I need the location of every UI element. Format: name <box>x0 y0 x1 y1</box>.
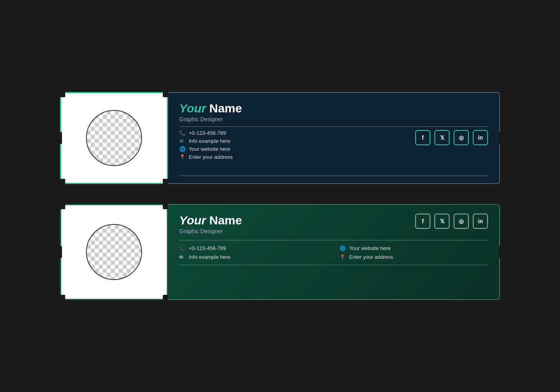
email-item: ✉ Info example here <box>179 138 233 144</box>
photo-area-2 <box>60 204 168 300</box>
name-area-2: Your Name Graphic Designer <box>179 214 242 234</box>
email-text: Info example here <box>189 138 230 144</box>
side-notch-left <box>57 132 62 144</box>
corner-notch-tl <box>60 92 65 97</box>
content-row-1: 📞 +0-123-456-789 ✉ Info example here 🌐 Y… <box>179 130 488 176</box>
phone-text: +0-123-456-789 <box>189 130 226 136</box>
top-row-2: Your Name Graphic Designer f 𝕏 ◎ in <box>179 214 488 234</box>
name-part1-2: Your <box>179 214 206 227</box>
corner-notch-bl-2 <box>60 295 65 300</box>
website-text: Your website here <box>189 146 230 152</box>
twitter-icon-2: 𝕏 <box>440 218 444 224</box>
photo-area-1 <box>60 92 168 184</box>
corner-notch-tl-2 <box>60 204 65 209</box>
divider-top-2 <box>179 240 488 240</box>
instagram-button[interactable]: ◎ <box>454 130 469 145</box>
name-row-1: Your Name <box>179 102 488 115</box>
facebook-button-2[interactable]: f <box>415 214 430 229</box>
phone-item: 📞 +0-123-456-789 <box>179 130 233 136</box>
corner-notch-br-2 <box>163 295 168 300</box>
address-text-2: Enter your address <box>349 254 393 260</box>
corner-notch-br <box>163 179 168 184</box>
twitter-button[interactable]: 𝕏 <box>434 130 450 145</box>
contact-grid-2: 📞 +0-123-456-789 🌐 Your website here ✉ I… <box>179 245 488 260</box>
globe-icon-2: 🌐 <box>340 246 346 251</box>
corner-notch-tr <box>163 92 168 97</box>
profile-photo-placeholder <box>86 110 142 166</box>
corner-notch-bl <box>60 179 65 184</box>
divider-bottom-1 <box>179 176 488 176</box>
facebook-icon-2: f <box>422 218 424 224</box>
profile-photo-placeholder-2 <box>86 224 142 280</box>
social-area-1: f 𝕏 ◎ in <box>241 130 488 145</box>
address-text: Enter your address <box>189 154 233 160</box>
info-area-1: Your Name Graphic Designer 📞 +0-123-456-… <box>168 92 500 184</box>
instagram-icon: ◎ <box>459 134 464 141</box>
social-icons-2: f 𝕏 ◎ in <box>415 214 488 229</box>
location-icon: 📍 <box>179 154 186 160</box>
divider-bottom-2 <box>179 265 488 265</box>
job-title-1: Graphic Designer <box>179 116 488 122</box>
location-icon-2: 📍 <box>340 254 346 260</box>
website-text-2: Your website here <box>349 245 391 251</box>
website-item: 🌐 Your website here <box>179 146 233 152</box>
twitter-button-2[interactable]: 𝕏 <box>434 214 450 229</box>
linkedin-icon-2: in <box>478 218 483 224</box>
name-part1: Your <box>179 102 206 115</box>
name-row-2: Your Name <box>179 214 242 227</box>
name-part2: Name <box>209 102 242 115</box>
address-item-2: 📍 Enter your address <box>340 254 488 260</box>
contact-list-1: 📞 +0-123-456-789 ✉ Info example here 🌐 Y… <box>179 130 233 160</box>
email-icon-2: ✉ <box>179 254 186 260</box>
phone-icon: 📞 <box>179 130 186 136</box>
side-notch-right <box>498 132 503 144</box>
job-title-2: Graphic Designer <box>179 228 242 234</box>
name-part2-2: Name <box>209 214 242 227</box>
twitter-icon: 𝕏 <box>440 134 444 141</box>
website-item-2: 🌐 Your website here <box>340 245 488 251</box>
linkedin-icon: in <box>478 134 483 141</box>
instagram-button-2[interactable]: ◎ <box>454 214 469 229</box>
facebook-icon: f <box>422 134 424 141</box>
instagram-icon-2: ◎ <box>459 218 464 224</box>
side-notch-right-2 <box>498 246 503 258</box>
address-item: 📍 Enter your address <box>179 154 233 160</box>
social-icons-1: f 𝕏 ◎ in <box>415 130 488 145</box>
divider-top-1 <box>179 126 488 127</box>
email-signature-card-2: Your Name Graphic Designer f 𝕏 ◎ in <box>60 204 500 300</box>
facebook-button[interactable]: f <box>415 130 430 145</box>
linkedin-button[interactable]: in <box>473 130 488 145</box>
phone-icon-2: 📞 <box>179 246 186 251</box>
email-icon: ✉ <box>179 138 186 144</box>
phone-text-2: +0-123-456-789 <box>189 245 226 251</box>
globe-icon: 🌐 <box>179 146 186 152</box>
phone-item-2: 📞 +0-123-456-789 <box>179 245 328 251</box>
corner-notch-tr-2 <box>163 204 168 209</box>
email-text-2: Info example here <box>189 254 230 260</box>
info-area-2: Your Name Graphic Designer f 𝕏 ◎ in <box>168 204 500 300</box>
side-notch-left-2 <box>57 246 62 258</box>
linkedin-button-2[interactable]: in <box>473 214 488 229</box>
email-signature-card-1: Your Name Graphic Designer 📞 +0-123-456-… <box>60 92 500 184</box>
email-item-2: ✉ Info example here <box>179 254 328 260</box>
